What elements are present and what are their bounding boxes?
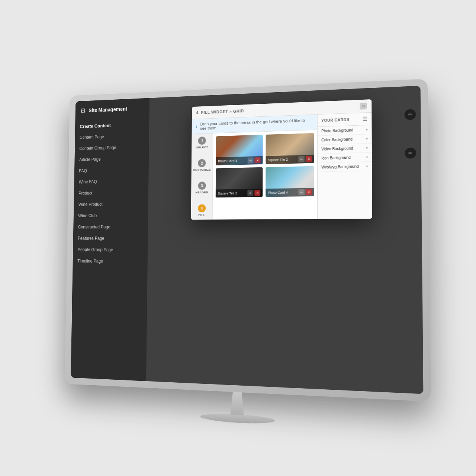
sidebar-item-wine-product[interactable]: Wine Product (74, 198, 148, 210)
sidebar-title: Site Management (89, 106, 127, 113)
sidebar: ⚙ Site Management Create Content Content… (71, 98, 149, 381)
sidebar-item-product[interactable]: Product (74, 187, 148, 199)
monitor-bezel: ⚙ Site Management Create Content Content… (71, 86, 423, 394)
monitor: ⚙ Site Management Create Content Content… (65, 78, 431, 402)
modal-header-title: 4. FILL WIDGET » GRID (196, 109, 244, 115)
card-edit-btn-3[interactable]: ✏ (247, 190, 253, 196)
step-2-label: CUSTOMIZE (193, 168, 211, 172)
card-item-4[interactable]: Photo Card 4 ✏ ✕ (266, 166, 314, 197)
sidebar-item-timeline-page[interactable]: Timeline Page (73, 255, 147, 267)
step-4-number: 4 (198, 204, 206, 212)
main-content: A vast, starlit night sky. A friendly li… (146, 86, 423, 394)
monitor-wrapper: ⚙ Site Management Create Content Content… (33, 33, 443, 443)
modal-close-button[interactable]: ✕ (360, 103, 367, 110)
card-delete-btn-1[interactable]: ✕ (255, 157, 261, 163)
step-3-number: 3 (198, 181, 206, 190)
sidebar-item-people-group-page[interactable]: People Group Page (73, 244, 148, 256)
cards-grid: Photo Card 1 ✏ ✕ (213, 130, 318, 219)
sidebar-item-wine-club[interactable]: Wine Club (74, 209, 148, 221)
card-type-icon-bg[interactable]: Icon Background ▾ (318, 152, 372, 163)
modal-right-panel: YOUR CARDS ☰ Photo Background ▾ Color Ba… (317, 113, 372, 219)
card-label-text-3: Square Tile 2 (218, 192, 237, 196)
step-2-number: 2 (198, 159, 206, 167)
card-label-text-4: Photo Card 4 (268, 191, 288, 195)
sidebar-header: ⚙ Site Management (75, 98, 149, 120)
step-2: 2 CUSTOMIZE (193, 159, 211, 171)
chevron-down-icon-3: ▾ (366, 155, 368, 159)
card-type-label-wysiwyg-bg: Wysiwyg Background (321, 164, 358, 169)
modal-body: i Drop your cards to the areas in the gr… (191, 113, 372, 220)
card-type-label-icon-bg: Icon Background (321, 155, 351, 160)
card-delete-btn-2[interactable]: ✕ (306, 156, 312, 162)
card-type-label-video-bg: Video Background (321, 146, 353, 151)
chevron-down-icon-1: ▾ (366, 136, 368, 141)
card-label-text-2: Square Tile 2 (268, 158, 288, 162)
steps-sidebar: 1 SELECT 2 CUSTOMIZE (191, 134, 213, 220)
card-item-2[interactable]: Square Tile 2 ✏ ✕ (266, 133, 314, 164)
card-item-3[interactable]: Square Tile 2 ✏ ✕ (216, 167, 263, 197)
modal-content-area: 1 SELECT 2 CUSTOMIZE (191, 130, 317, 219)
card-label-bar-4: Photo Card 4 ✏ ✕ (266, 188, 314, 197)
card-type-video-bg[interactable]: Video Background ▾ (318, 144, 372, 154)
card-type-label-photo-bg: Photo Background (321, 128, 353, 133)
step-1: 1 SELECT (196, 136, 208, 149)
card-item-1[interactable]: Photo Card 1 ✏ ✕ (216, 135, 263, 165)
chevron-down-icon-4: ▾ (366, 164, 368, 168)
step-1-label: SELECT (196, 145, 208, 149)
stand-neck (226, 392, 248, 416)
step-3: 3 HEADER (195, 181, 208, 194)
card-edit-btn-4[interactable]: ✏ (298, 189, 304, 195)
sidebar-item-faq[interactable]: FAQ (74, 164, 149, 177)
modal: 4. FILL WIDGET » GRID ✕ i (191, 99, 372, 220)
modal-left-panel: i Drop your cards to the areas in the gr… (191, 115, 317, 220)
gear-icon: ⚙ (80, 106, 86, 115)
card-label-bar-2: Square Tile 2 ✏ ✕ (266, 155, 314, 164)
sidebar-item-constructed-page[interactable]: Constructed Page (73, 221, 148, 232)
card-actions-2: ✏ ✕ (299, 156, 312, 162)
card-type-label-color-bg: Color Background (321, 137, 353, 142)
your-cards-menu-icon[interactable]: ☰ (363, 116, 368, 122)
card-actions-3: ✏ ✕ (247, 190, 260, 196)
card-edit-btn-1[interactable]: ✏ (248, 157, 254, 163)
chevron-down-icon-2: ▾ (366, 146, 368, 150)
card-type-wysiwyg-bg[interactable]: Wysiwyg Background ▾ (318, 162, 372, 172)
info-icon: i (196, 124, 197, 129)
card-actions-4: ✏ ✕ (298, 189, 312, 196)
card-actions-1: ✏ ✕ (248, 157, 261, 164)
card-label-bar-3: Square Tile 2 ✏ ✕ (216, 189, 263, 198)
modal-overlay: 4. FILL WIDGET » GRID ✕ i (146, 86, 423, 394)
info-text: Drop your cards to the areas in the grid… (200, 118, 312, 131)
sidebar-item-features-page[interactable]: Features Page (73, 232, 148, 244)
step-4-label: FILL (198, 213, 205, 217)
sidebar-item-article-page[interactable]: Article Page (74, 152, 149, 165)
card-delete-btn-4[interactable]: ✕ (306, 189, 312, 195)
monitor-stand (200, 390, 275, 425)
your-cards-title: YOUR CARDS (321, 118, 349, 123)
step-1-number: 1 (198, 136, 206, 145)
screen: ⚙ Site Management Create Content Content… (71, 86, 423, 394)
card-delete-btn-3[interactable]: ✕ (254, 190, 260, 196)
your-cards-header: YOUR CARDS ☰ (318, 113, 372, 127)
sidebar-item-wine-faq[interactable]: Wine FAQ (74, 175, 148, 188)
chevron-down-icon-0: ▾ (366, 128, 368, 132)
step-3-label: HEADER (195, 191, 208, 194)
card-label-text-1: Photo Card 1 (218, 159, 237, 163)
step-4: 4 FILL (197, 204, 206, 217)
card-label-bar-1: Photo Card 1 ✏ ✕ (216, 156, 263, 165)
card-edit-btn-2[interactable]: ✏ (299, 156, 305, 163)
